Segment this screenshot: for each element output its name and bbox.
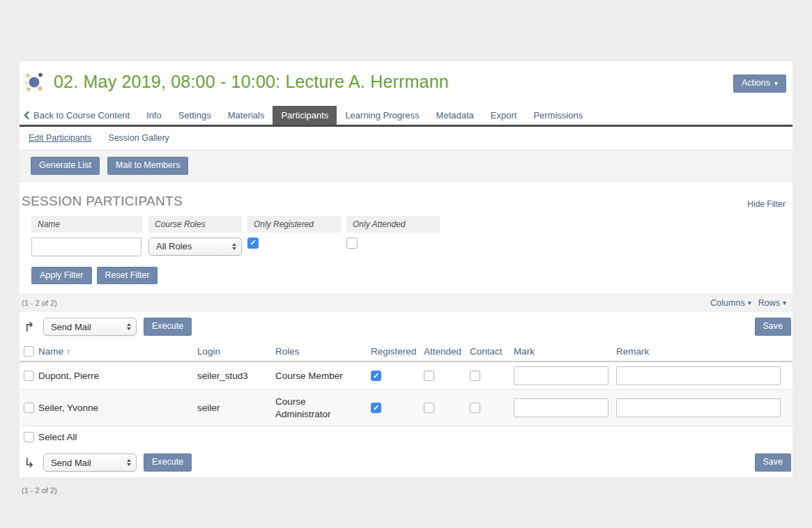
sort-ascending-icon: ↑ xyxy=(66,346,71,357)
bulk-action-select-bottom[interactable]: Send Mail xyxy=(43,453,137,472)
tab-bar: Back to Course Content Info Settings Mat… xyxy=(20,106,792,127)
filter-course-roles-label: Course Roles xyxy=(148,216,242,233)
select-all-label: Select All xyxy=(38,431,197,444)
bulk-action-value: Send Mail xyxy=(51,458,91,468)
cell-login: seiler_stud3 xyxy=(197,370,275,382)
row-select-checkbox[interactable] xyxy=(24,403,34,413)
rows-dropdown[interactable]: Rows ▾ xyxy=(758,298,786,308)
mark-input[interactable] xyxy=(514,366,608,385)
column-header-login[interactable]: Login xyxy=(197,346,275,357)
session-icon xyxy=(24,71,45,92)
column-header-contact[interactable]: Contact xyxy=(470,346,514,357)
generate-list-button[interactable]: Generate List xyxy=(31,157,100,175)
select-all-checkbox[interactable] xyxy=(24,432,34,442)
select-stepper-icon xyxy=(127,323,131,330)
header-name-label: Name xyxy=(38,346,63,357)
tab-learning-progress[interactable]: Learning Progress xyxy=(337,106,427,125)
reset-filter-button[interactable]: Reset Filter xyxy=(97,267,158,285)
back-link-label: Back to Course Content xyxy=(33,110,130,121)
rows-label: Rows xyxy=(758,298,780,308)
pagination-bottom: (1 - 2 of 2) xyxy=(22,486,57,495)
tab-participants[interactable]: Participants xyxy=(273,106,337,125)
title-row: 02. May 2019, 08:00 - 10:00: Lecture A. … xyxy=(20,61,792,103)
caret-down-icon: ▾ xyxy=(783,299,786,306)
select-all-header-checkbox[interactable] xyxy=(24,346,34,357)
tab-export[interactable]: Export xyxy=(482,106,526,125)
filter-only-attended-checkbox[interactable] xyxy=(346,238,358,249)
hide-filter-link[interactable]: Hide Filter xyxy=(747,199,786,209)
column-header-roles[interactable]: Roles xyxy=(275,346,371,357)
actions-button[interactable]: Actions ▾ xyxy=(733,75,786,93)
section-head: SESSION PARTICIPANTS Hide Filter xyxy=(20,182,792,210)
contact-checkbox[interactable] xyxy=(470,403,480,413)
select-all-row: Select All xyxy=(20,426,792,448)
bulk-action-select-top[interactable]: Send Mail xyxy=(43,318,137,336)
bulk-action-value: Send Mail xyxy=(51,322,91,332)
table-row: Dupont, Pierre seiler_stud3 Course Membe… xyxy=(20,362,792,390)
tab-metadata[interactable]: Metadata xyxy=(428,106,482,125)
table-row: Seiler, Yvonne seiler Course Administrat… xyxy=(20,390,792,426)
select-stepper-icon xyxy=(232,243,236,250)
column-header-registered[interactable]: Registered xyxy=(371,346,424,357)
actions-button-label: Actions xyxy=(742,78,770,89)
remark-input[interactable] xyxy=(616,398,781,417)
subtab-row: Edit Participants Session Gallery xyxy=(20,127,792,148)
caret-down-icon: ▾ xyxy=(748,299,751,306)
pagination-top: (1 - 2 of 2) xyxy=(22,299,57,307)
section-title: SESSION PARTICIPANTS xyxy=(22,194,183,209)
column-header-remark[interactable]: Remark xyxy=(616,346,792,357)
footer-strip: (1 - 2 of 2) xyxy=(20,477,792,517)
cell-login: seiler xyxy=(197,402,275,414)
contact-checkbox[interactable] xyxy=(470,371,480,381)
attended-checkbox[interactable] xyxy=(424,403,434,413)
applies-below-arrow-icon: ↱ xyxy=(24,320,35,334)
table-header-row: Name↑ Login Roles Registered Attended Co… xyxy=(20,341,792,362)
tab-permissions[interactable]: Permissions xyxy=(525,106,591,125)
filter-course-roles-value: All Roles xyxy=(156,241,192,251)
back-to-course-link[interactable]: Back to Course Content xyxy=(24,106,138,125)
mark-input[interactable] xyxy=(514,398,608,417)
save-button-bottom[interactable]: Save xyxy=(755,453,792,472)
cell-roles: Course Member xyxy=(275,370,371,382)
mail-to-members-button[interactable]: Mail to Members xyxy=(107,157,188,175)
execute-button-top[interactable]: Execute xyxy=(144,318,192,336)
filter-name-input[interactable] xyxy=(31,238,141,256)
execute-button-bottom[interactable]: Execute xyxy=(144,453,192,472)
filter-course-roles-select[interactable]: All Roles xyxy=(148,238,242,256)
filter-only-registered-checkbox[interactable] xyxy=(247,238,259,249)
tab-info[interactable]: Info xyxy=(138,106,170,125)
filter-name-label: Name xyxy=(31,216,143,233)
page-title: 02. May 2019, 08:00 - 10:00: Lecture A. … xyxy=(54,72,449,92)
columns-label: Columns xyxy=(710,298,744,308)
applies-above-arrow-icon: ↳ xyxy=(24,456,35,469)
subtab-session-gallery[interactable]: Session Gallery xyxy=(108,133,169,143)
column-header-mark[interactable]: Mark xyxy=(514,346,616,357)
pagination-strip: (1 - 2 of 2) Columns ▾ Rows ▾ xyxy=(20,293,792,312)
registered-checkbox[interactable] xyxy=(371,403,381,413)
object-toolbar: Generate List Mail to Members xyxy=(20,150,792,182)
registered-checkbox[interactable] xyxy=(371,371,381,381)
cell-name: Dupont, Pierre xyxy=(38,370,197,382)
select-stepper-icon xyxy=(127,459,131,466)
tab-settings[interactable]: Settings xyxy=(170,106,220,125)
chevron-left-icon xyxy=(24,111,29,119)
attended-checkbox[interactable] xyxy=(424,371,434,381)
subtab-edit-participants[interactable]: Edit Participants xyxy=(29,133,91,143)
page: 02. May 2019, 08:00 - 10:00: Lecture A. … xyxy=(0,0,812,528)
tab-materials[interactable]: Materials xyxy=(220,106,273,125)
save-button-top[interactable]: Save xyxy=(755,318,792,336)
columns-dropdown[interactable]: Columns ▾ xyxy=(710,298,751,308)
table-toolbar-top: ↱ Send Mail Execute Save xyxy=(20,312,792,341)
column-header-attended[interactable]: Attended xyxy=(424,346,470,357)
filter-only-attended-label: Only Attended xyxy=(346,216,440,233)
caret-down-icon: ▾ xyxy=(774,79,778,88)
filter-panel: Name Course Roles All Roles Only Registe… xyxy=(20,210,792,285)
content-area: 02. May 2019, 08:00 - 10:00: Lecture A. … xyxy=(20,61,792,517)
column-header-name[interactable]: Name↑ xyxy=(38,346,197,357)
table-toolbar-bottom: ↳ Send Mail Execute Save xyxy=(20,448,792,477)
remark-input[interactable] xyxy=(616,366,781,385)
apply-filter-button[interactable]: Apply Filter xyxy=(31,267,92,285)
row-select-checkbox[interactable] xyxy=(24,371,34,381)
cell-roles: Course Administrator xyxy=(275,396,371,420)
cell-name: Seiler, Yvonne xyxy=(38,402,197,414)
